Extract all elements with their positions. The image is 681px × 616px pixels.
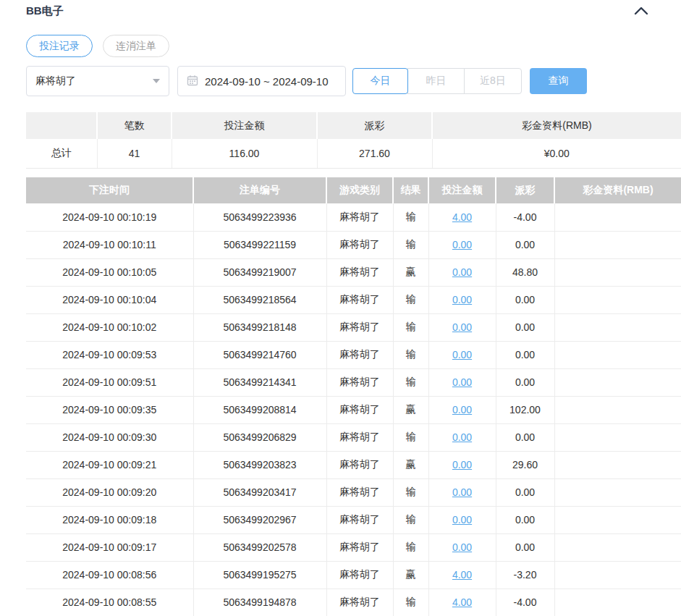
collapse-panel-button[interactable] — [633, 4, 649, 20]
bonus-cell — [554, 258, 681, 286]
query-button[interactable]: 查询 — [530, 68, 587, 94]
summary-table: 笔数 投注金额 派彩 彩金资料(RMB) 总计 41 116.00 271.60… — [26, 112, 681, 169]
bet-time-cell: 2024-09-10 00:10:02 — [26, 313, 193, 341]
table-row: 2024-09-10 00:10:05 5063499219007 麻将胡了 赢… — [26, 258, 681, 286]
bet-amount-link[interactable]: 0.00 — [452, 266, 472, 278]
bet-amount-link[interactable]: 0.00 — [452, 541, 472, 553]
result-cell: 输 — [393, 341, 428, 368]
game-type-cell: 麻将胡了 — [326, 231, 393, 258]
header-game-type: 游戏类别 — [326, 177, 393, 203]
table-row: 2024-09-10 00:09:21 5063499203823 麻将胡了 赢… — [26, 451, 681, 478]
bonus-cell — [554, 451, 681, 478]
bet-amount-cell: 4.00 — [428, 588, 496, 616]
summary-header-count: 笔数 — [97, 112, 172, 139]
tab-bet-records[interactable]: 投注记录 — [26, 35, 93, 57]
chevron-up-icon — [634, 6, 648, 19]
result-cell: 赢 — [393, 258, 428, 286]
payout-cell: 0.00 — [496, 286, 554, 313]
order-number-cell: 5063499221159 — [193, 231, 326, 258]
bet-time-cell: 2024-09-10 00:09:21 — [26, 451, 193, 478]
table-row: 2024-09-10 00:09:30 5063499206829 麻将胡了 输… — [26, 423, 681, 451]
summary-total-bonus: ¥0.00 — [432, 139, 681, 168]
payout-cell: 0.00 — [496, 313, 554, 341]
bet-amount-cell: 0.00 — [428, 231, 496, 258]
bet-amount-link[interactable]: 0.00 — [452, 349, 472, 360]
order-number-cell: 5063499218564 — [193, 286, 326, 313]
bet-amount-cell: 4.00 — [428, 203, 496, 231]
bet-amount-link[interactable]: 0.00 — [452, 431, 472, 443]
order-number-cell: 5063499202967 — [193, 506, 326, 533]
yesterday-button[interactable]: 昨日 — [407, 68, 465, 94]
result-cell: 输 — [393, 368, 428, 396]
table-row: 2024-09-10 00:10:19 5063499223936 麻将胡了 输… — [26, 203, 681, 231]
bet-amount-link[interactable]: 4.00 — [452, 211, 472, 223]
caret-down-icon — [153, 79, 160, 83]
bonus-cell — [554, 478, 681, 506]
bet-amount-link[interactable]: 4.00 — [452, 569, 472, 581]
game-type-cell: 麻将胡了 — [326, 258, 393, 286]
bet-time-cell: 2024-09-10 00:09:53 — [26, 341, 193, 368]
bet-amount-link[interactable]: 0.00 — [452, 294, 472, 305]
bet-time-cell: 2024-09-10 00:08:56 — [26, 561, 193, 588]
game-type-cell: 麻将胡了 — [326, 368, 393, 396]
bet-amount-cell: 0.00 — [428, 396, 496, 423]
bet-records-table: 下注时间 注单编号 游戏类别 结果 投注金额 派彩 彩金资料(RMB) 2024… — [26, 177, 681, 616]
date-range-picker[interactable]: 2024-09-10 ~ 2024-09-10 — [177, 66, 346, 96]
game-type-cell: 麻将胡了 — [326, 533, 393, 561]
game-type-cell: 麻将胡了 — [326, 313, 393, 341]
game-select[interactable]: 麻将胡了 — [26, 66, 169, 96]
table-row: 2024-09-10 00:10:11 5063499221159 麻将胡了 输… — [26, 231, 681, 258]
order-number-cell: 5063499203823 — [193, 451, 326, 478]
tab-cancelled-orders[interactable]: 连消注单 — [103, 35, 169, 57]
bet-amount-cell: 0.00 — [428, 451, 496, 478]
payout-cell: 0.00 — [496, 368, 554, 396]
payout-cell: -4.00 — [496, 203, 554, 231]
payout-cell: 0.00 — [496, 478, 554, 506]
order-number-cell: 5063499214341 — [193, 368, 326, 396]
bonus-cell — [554, 286, 681, 313]
order-number-cell: 5063499208814 — [193, 396, 326, 423]
summary-total-count: 41 — [97, 139, 172, 168]
bet-amount-cell: 0.00 — [428, 286, 496, 313]
bet-amount-link[interactable]: 0.00 — [452, 321, 472, 333]
bet-amount-link[interactable]: 0.00 — [452, 486, 472, 498]
bet-amount-link[interactable]: 0.00 — [452, 376, 472, 388]
last-8-days-button[interactable]: 近8日 — [464, 68, 522, 94]
bet-amount-link[interactable]: 4.00 — [452, 596, 472, 608]
bet-time-cell: 2024-09-10 00:09:20 — [26, 478, 193, 506]
bet-amount-cell: 0.00 — [428, 368, 496, 396]
table-row: 2024-09-10 00:08:55 5063499194878 麻将胡了 输… — [26, 588, 681, 616]
bonus-cell — [554, 396, 681, 423]
bet-amount-link[interactable]: 0.00 — [452, 239, 472, 250]
summary-header-blank — [26, 112, 97, 139]
summary-header-bet-amount: 投注金额 — [172, 112, 317, 139]
header-bet-amount: 投注金额 — [428, 177, 496, 203]
table-row: 2024-09-10 00:09:18 5063499202967 麻将胡了 输… — [26, 506, 681, 533]
panel-title: BB电子 — [26, 4, 64, 18]
bet-amount-cell: 0.00 — [428, 341, 496, 368]
game-type-cell: 麻将胡了 — [326, 286, 393, 313]
quick-date-buttons: 今日 昨日 近8日 — [352, 68, 522, 94]
table-row: 2024-09-10 00:10:04 5063499218564 麻将胡了 输… — [26, 286, 681, 313]
order-number-cell: 5063499223936 — [193, 203, 326, 231]
order-number-cell: 5063499214760 — [193, 341, 326, 368]
game-type-cell: 麻将胡了 — [326, 396, 393, 423]
bet-amount-link[interactable]: 0.00 — [452, 514, 472, 526]
bonus-cell — [554, 368, 681, 396]
record-type-tabs: 投注记录 连消注单 — [26, 35, 169, 57]
bet-time-cell: 2024-09-10 00:10:04 — [26, 286, 193, 313]
calendar-icon — [187, 75, 205, 88]
payout-cell: 0.00 — [496, 533, 554, 561]
bet-amount-link[interactable]: 0.00 — [452, 404, 472, 415]
bonus-cell — [554, 533, 681, 561]
bet-amount-cell: 0.00 — [428, 423, 496, 451]
game-select-value: 麻将胡了 — [35, 75, 76, 88]
bet-time-cell: 2024-09-10 00:09:30 — [26, 423, 193, 451]
order-number-cell: 5063499206829 — [193, 423, 326, 451]
today-button[interactable]: 今日 — [352, 68, 408, 94]
bet-time-cell: 2024-09-10 00:09:17 — [26, 533, 193, 561]
summary-total-bet-amount: 116.00 — [172, 139, 317, 168]
bonus-cell — [554, 506, 681, 533]
bet-amount-cell: 4.00 — [428, 561, 496, 588]
bet-amount-link[interactable]: 0.00 — [452, 459, 472, 471]
